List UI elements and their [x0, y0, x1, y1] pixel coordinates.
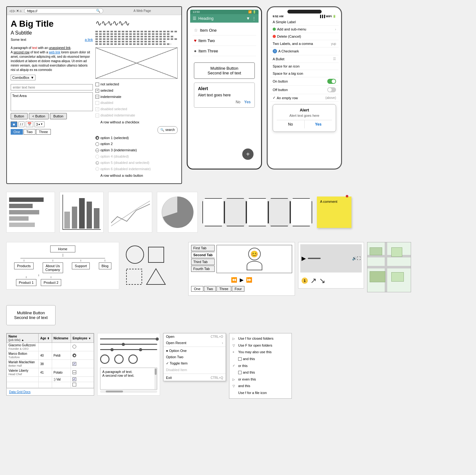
td-emp-3[interactable]: ✓	[71, 360, 94, 368]
menu-item-option2[interactable]: Option Two	[163, 354, 226, 360]
video-play-icon[interactable]: ▶	[302, 255, 306, 262]
htab-four[interactable]: Four	[232, 286, 245, 292]
col-age[interactable]: Age ⬍	[39, 334, 52, 343]
cb-label-4: disabled	[100, 100, 113, 106]
back-icon[interactable]: ◁	[9, 9, 12, 13]
forward-btn[interactable]: ⏩	[246, 277, 252, 283]
radio-indeterminate[interactable]: —	[95, 148, 99, 152]
td-nickname-1	[52, 343, 71, 351]
button-2[interactable]: < Button	[29, 113, 49, 119]
h-scrollbar-thumb[interactable]	[106, 391, 123, 392]
web-link[interactable]: web link	[49, 51, 60, 54]
menu-item-option1[interactable]: ● Option One	[163, 348, 226, 354]
button-1[interactable]: Button	[11, 113, 28, 119]
tab-first[interactable]: First Tab	[191, 245, 215, 251]
ios-alert-no-btn[interactable]: No	[277, 120, 305, 128]
text-input[interactable]	[11, 84, 93, 90]
data-grid-docs-link[interactable]: Data Grid Docs	[9, 390, 30, 394]
unassigned-link[interactable]: unassigned link	[49, 46, 71, 50]
video-volume-icon[interactable]: 🔊	[352, 256, 357, 261]
cb-row-5: ✓ disabled selected	[95, 106, 178, 112]
range-slider-thumb-left[interactable]	[110, 348, 114, 351]
multiline-btn-large[interactable]: Multiline Button Second line of text	[6, 305, 56, 325]
play-btn[interactable]: ▶	[240, 277, 243, 283]
checkbox-indeterminate[interactable]: —	[95, 95, 99, 99]
home-icon[interactable]: ⌂	[20, 9, 22, 13]
android-alert-no-btn[interactable]: No	[236, 100, 240, 104]
android-alert-yes-btn[interactable]: Yes	[244, 100, 251, 104]
android-item-3[interactable]: ● Item Three	[193, 46, 256, 56]
file-cb-6[interactable]	[238, 371, 242, 374]
web-tab-two[interactable]: Two	[24, 129, 35, 135]
horizontal-bar-chart	[6, 192, 55, 233]
video-fullscreen-icon[interactable]: ⛶	[357, 256, 361, 261]
td-name-4: Valerie LibertyHead Chef	[7, 368, 39, 377]
menu-item-open[interactable]: Open CTRL+O	[163, 333, 226, 340]
ios-row-checkmark[interactable]: ? A Checkmark	[270, 47, 339, 55]
combo-box[interactable]: ComboBox ▼	[11, 75, 35, 80]
td-emp-6[interactable]	[71, 382, 94, 388]
fab-button[interactable]: +	[242, 148, 254, 160]
spinner[interactable]: 3 ▲▼	[35, 121, 45, 127]
toolbar-dropdown-icon[interactable]: ▼	[246, 16, 250, 21]
td-emp-5[interactable]: ✓	[71, 377, 94, 382]
knob-2[interactable]	[114, 354, 124, 364]
htab-two[interactable]: Two	[204, 286, 216, 292]
hamburger-icon[interactable]: ☰	[193, 16, 196, 21]
radio-selected[interactable]	[95, 136, 99, 140]
button-row: Button < Button Button	[11, 113, 93, 119]
tab-third[interactable]: Third Tab	[191, 259, 215, 265]
radio-row-4: option 4 (disabled)	[95, 154, 178, 160]
menu-item-exit[interactable]: Exit CTRL+Q	[163, 375, 226, 381]
knob-3[interactable]	[128, 354, 138, 364]
range-slider-thumb-right[interactable]	[139, 348, 142, 351]
tab-fourth[interactable]: Fourth Tab	[191, 266, 215, 272]
android-multiline-btn[interactable]: Multiline Button Second line of text	[194, 62, 255, 79]
web-tab-one[interactable]: One	[11, 129, 23, 135]
forward-icon[interactable]: ▷	[13, 9, 15, 13]
ios-row-add-submenu[interactable]: Add and sub-menu ›	[270, 26, 339, 33]
search-box[interactable]: 🔍 search	[158, 126, 178, 134]
file-cb-4[interactable]	[238, 357, 242, 361]
a-link[interactable]: a link	[85, 38, 93, 44]
ios-alert-yes-btn[interactable]: Yes	[305, 120, 332, 128]
ios-row-bullet: A Bullet ☰	[270, 55, 339, 63]
col-employee[interactable]: Employee ▼	[71, 334, 94, 343]
url-text[interactable]: https://	[27, 9, 94, 13]
slider-2-thumb[interactable]	[122, 343, 125, 346]
date-input[interactable]: / /	[19, 121, 24, 127]
textarea[interactable]: Text Area	[11, 92, 93, 111]
ios-toggle-on[interactable]	[327, 79, 336, 84]
android-item-2[interactable]: ♥ Item Two	[193, 35, 256, 46]
col-name[interactable]: Name(job title) ▲	[7, 334, 39, 343]
htab-three[interactable]: Three	[217, 286, 231, 292]
color-button[interactable]: ■	[11, 121, 17, 127]
td-emp-1[interactable]	[71, 343, 94, 351]
calendar-input[interactable]: 📅	[26, 121, 33, 127]
web-tab-three[interactable]: Three	[36, 129, 51, 135]
tab-panel-box: First Tab Second Tab Third Tab Fourth Ta…	[188, 242, 295, 296]
ios-row-delete[interactable]: Delete (Cancel)	[270, 33, 339, 40]
checkbox-checked[interactable]: ✓	[95, 89, 99, 93]
video-progress-bar[interactable]	[308, 258, 350, 259]
button-3[interactable]: Button	[50, 113, 67, 119]
scrollbar-thumb[interactable]	[155, 369, 157, 375]
close-icon[interactable]: ✕	[16, 9, 19, 13]
tab-second[interactable]: Second Tab	[191, 252, 215, 258]
radio-empty[interactable]	[95, 142, 99, 146]
menu-item-toggle[interactable]: ✓ Toggle Item	[163, 360, 226, 367]
slider-1-thumb[interactable]	[156, 337, 159, 341]
android-item-1[interactable]: ☆ Item One	[193, 25, 256, 35]
svg-point-1	[126, 246, 144, 263]
checkbox-empty[interactable]	[95, 83, 99, 86]
td-emp-4[interactable]: —	[71, 368, 94, 377]
knob-1[interactable]	[100, 354, 110, 364]
toolbar-more-icon[interactable]: ⋮	[252, 16, 256, 21]
rewind-btn[interactable]: ⏪	[231, 277, 237, 283]
menu-label-exit: Exit	[166, 376, 172, 380]
ios-toggle-off[interactable]	[327, 87, 336, 92]
menu-item-open-recent[interactable]: Open Recent ›	[163, 340, 226, 346]
td-name-2: Marco BottonTuttofore	[7, 351, 39, 360]
htab-one[interactable]: One	[191, 286, 203, 292]
td-emp-2[interactable]	[71, 351, 94, 360]
